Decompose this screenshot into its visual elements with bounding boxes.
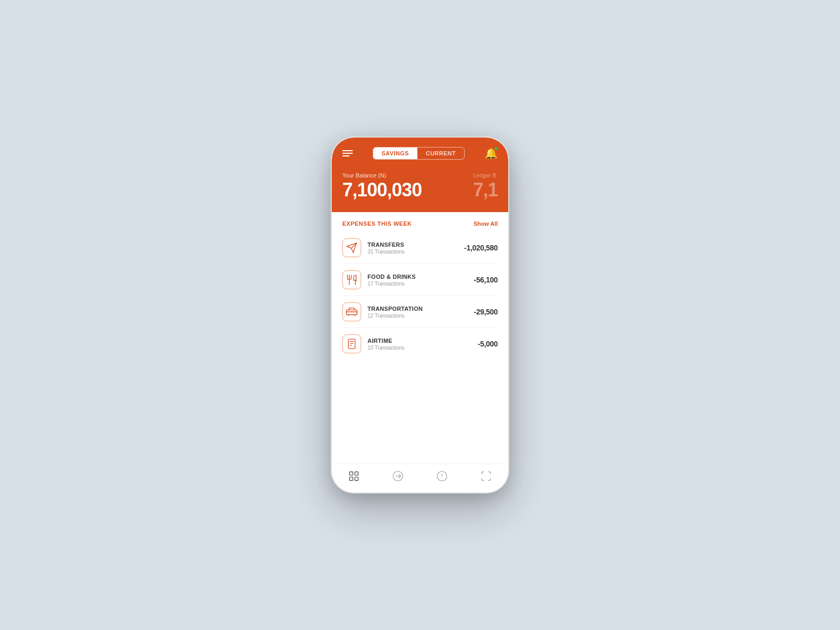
transfers-details: TRANSFERS 31 Transactions	[368, 242, 458, 255]
account-tab-toggle: SAVINGS CURRENT	[373, 147, 465, 160]
nav-insights[interactable]	[436, 470, 448, 482]
expense-item-transport[interactable]: TRANSPORTATION 12 Transactions -29,500	[342, 296, 498, 328]
nav-home[interactable]	[348, 470, 360, 482]
transfers-icon	[342, 238, 361, 257]
tab-current[interactable]: CURRENT	[417, 148, 464, 159]
transfers-amount: -1,020,580	[464, 244, 498, 252]
phone-shell: SAVINGS CURRENT 🔔 Your Balance (N) 7,100…	[331, 136, 509, 494]
expense-item-food[interactable]: FOOD & DRINKS 17 Transactions -56,100	[342, 264, 498, 296]
balance-label: Your Balance (N)	[342, 172, 422, 178]
transport-details: TRANSPORTATION 12 Transactions	[368, 306, 468, 319]
top-bar: SAVINGS CURRENT 🔔	[332, 138, 508, 167]
header-section: SAVINGS CURRENT 🔔 Your Balance (N) 7,100…	[332, 138, 508, 212]
food-amount: -56,100	[474, 276, 498, 284]
transport-icon	[342, 302, 361, 321]
menu-icon[interactable]	[342, 150, 353, 156]
svg-rect-1	[349, 339, 355, 349]
expenses-header: EXPENSES THIS WEEK Show All	[332, 212, 508, 232]
balance-amount: 7,100,030	[342, 181, 422, 200]
tab-savings[interactable]: SAVINGS	[373, 148, 417, 159]
transport-transactions: 12 Transactions	[368, 313, 468, 319]
notification-bell[interactable]: 🔔	[485, 147, 498, 160]
transport-name: TRANSPORTATION	[368, 306, 468, 312]
expense-item-airtime[interactable]: AIRTIME 10 Transactions -5,000	[342, 328, 498, 360]
balance-left: Your Balance (N) 7,100,030	[342, 172, 422, 200]
nav-scan[interactable]	[480, 470, 492, 482]
food-transactions: 17 Transactions	[368, 281, 468, 287]
food-details: FOOD & DRINKS 17 Transactions	[368, 274, 468, 287]
airtime-amount: -5,000	[478, 340, 498, 348]
expense-list: TRANSFERS 31 Transactions -1,020,580	[332, 232, 508, 360]
airtime-transactions: 10 Transactions	[368, 345, 471, 351]
airtime-name: AIRTIME	[368, 338, 471, 344]
transfers-transactions: 31 Transactions	[368, 249, 458, 255]
svg-rect-4	[350, 477, 353, 480]
show-all-button[interactable]: Show All	[474, 220, 498, 227]
ledger-amount: 7,1	[473, 181, 498, 200]
svg-rect-2	[350, 472, 353, 475]
transport-amount: -29,500	[474, 308, 498, 316]
nav-transfer[interactable]	[392, 470, 404, 482]
balance-section: Your Balance (N) 7,100,030 Ledger B 7,1	[332, 167, 508, 212]
svg-rect-3	[355, 472, 358, 475]
notification-dot	[494, 146, 498, 151]
transfers-name: TRANSFERS	[368, 242, 458, 248]
ledger-section: Ledger B 7,1	[473, 172, 498, 200]
svg-rect-0	[346, 310, 357, 314]
main-content: EXPENSES THIS WEEK Show All TRANSFERS	[332, 212, 508, 464]
food-name: FOOD & DRINKS	[368, 274, 468, 280]
airtime-icon	[342, 334, 361, 353]
food-icon	[342, 270, 361, 289]
bottom-nav	[332, 464, 508, 492]
expenses-title: EXPENSES THIS WEEK	[342, 220, 412, 227]
airtime-details: AIRTIME 10 Transactions	[368, 338, 471, 351]
ledger-label: Ledger B	[473, 172, 498, 178]
phone-inner: SAVINGS CURRENT 🔔 Your Balance (N) 7,100…	[332, 138, 508, 492]
svg-rect-5	[355, 477, 358, 480]
expense-item-transfers[interactable]: TRANSFERS 31 Transactions -1,020,580	[342, 232, 498, 264]
balance-row: Your Balance (N) 7,100,030 Ledger B 7,1	[342, 172, 498, 200]
